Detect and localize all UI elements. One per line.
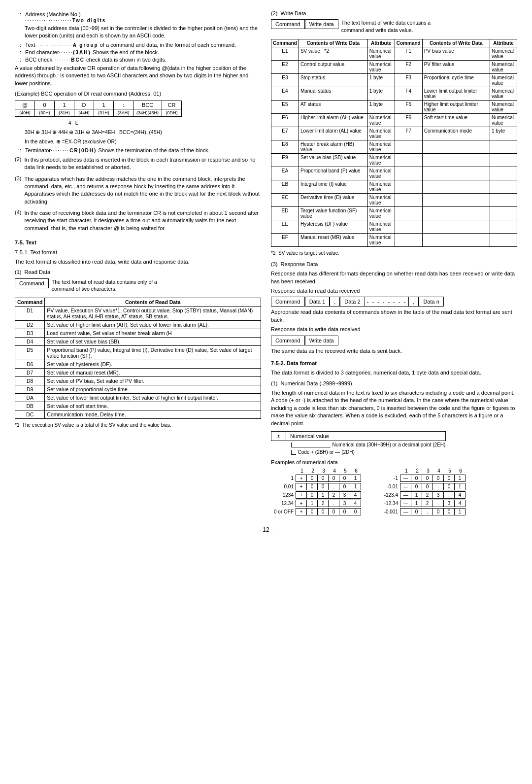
numbered-item-4: (4) In the case of receiving block data …	[15, 209, 261, 234]
bcc-cell-D: D	[74, 101, 94, 109]
example-row-neg0001: -0.001 — 0 . 0 0 1	[371, 508, 466, 515]
table-row: DC Communication mode, Delay time.	[15, 410, 261, 419]
section-752-title: 7-5-2. Data format	[271, 360, 517, 367]
bcc-cell-1: 1	[55, 101, 74, 109]
example-row-neg001: -0.01 — 0 0 . 0 1	[371, 483, 466, 490]
numbered-item-2: (2) In this protocol, address data is in…	[15, 156, 261, 173]
table-row: D2 Set value of higher limit alarm (AH),…	[15, 321, 261, 329]
write-data-box: Write data	[305, 19, 338, 29]
table-row: EB Integral time (I) value Numerical val…	[271, 180, 517, 193]
table-row: D1 PV value, Execution SV value*1, Contr…	[15, 307, 261, 321]
example-row-neg1: -1 — 0 0 0 0 1	[371, 475, 466, 482]
bcc-cell-colon: :	[114, 101, 133, 109]
numbered-item-3: (3) The apparatus which has the address …	[15, 175, 261, 208]
bcc-cell-bcc: BCC	[133, 101, 162, 109]
footnote-2: *2 SV value is target set value.	[271, 250, 517, 257]
response-read-row: Command Data 1 , Data 2 - - - - - - - - …	[271, 297, 517, 307]
numbered-items: (2) In this protocol, address data is in…	[15, 156, 261, 235]
address-label: Address (Machine No.)	[25, 11, 81, 17]
numerical-value-diagram: ± Numerical value Numerical data (30H~39…	[271, 431, 517, 456]
bcc-table: @ 0 1 D 1 : BCC CR (40H) (30H) (31H) (44…	[15, 101, 182, 117]
text-item: : Text················A group of a comma…	[15, 42, 261, 48]
table-row: D6 Set value of hysteresis (DF).	[15, 360, 261, 369]
bcc-cell-0: 0	[35, 101, 55, 109]
section-751-desc: The text format is classified into read …	[15, 258, 261, 266]
resp-write-command-cell: Command	[271, 336, 305, 345]
table-row: E8 Heater break alarm (HB) value Numeric…	[271, 140, 517, 153]
examples-title: Examples of numerical data	[271, 459, 517, 466]
table-row: DB Set value of soft start time.	[15, 402, 261, 410]
read-cmd-description: The text format of read data contains on…	[52, 278, 180, 293]
numerical-data-label: (1) Numerical Data (-2999~9999)	[271, 380, 517, 387]
section-752-desc: The data format is divided to 3 categori…	[271, 369, 517, 376]
right-column: (2) Write Data Command Write data The te…	[271, 10, 517, 516]
num-value-table: ± Numerical value Numerical data (30H~39…	[271, 431, 446, 456]
table-row: E1 SV value *2 Numerical value F1 PV bia…	[271, 47, 517, 60]
table-row: E9 Set value bias (SB) value Numerical v…	[271, 153, 517, 167]
resp-datan-cell: Data n	[419, 297, 443, 307]
bcc-cell-cr: CR	[162, 101, 182, 109]
write-data-cmd-row: Command Write data The text format of wr…	[271, 19, 517, 35]
address-item: : Address (Machine No.) ················…	[15, 11, 261, 23]
response-read-desc: Appropriate read data contents of comman…	[271, 308, 517, 324]
read-data-cmd-row: Command The text format of read data con…	[15, 278, 261, 295]
table-row: EE Hysteresis (DF) value Numerical value	[271, 220, 517, 233]
response-read-label: Response data to read data received	[271, 287, 517, 295]
example-label: (Example) BCC operation of DI read comma…	[15, 90, 261, 98]
read-table-header-cmd: Command	[15, 298, 45, 307]
response-write-row: Command Write data	[271, 336, 517, 345]
terminator-item: : Terminator········CR(0DH) Shows the te…	[15, 147, 261, 153]
resp-comma2-cell: ,	[408, 297, 419, 307]
numerical-data-desc: The length of numerical data in the text…	[271, 389, 517, 427]
table-row: EA Proportional band (P) value Numerical…	[271, 167, 517, 180]
end-char-item: : End character······(3AH) Shows the end…	[15, 49, 261, 55]
resp-command-cell: Command	[271, 297, 305, 307]
table-row: EC Derivative time (D) value Numerical v…	[271, 193, 517, 206]
table-row: D8 Set value of PV bias, Set value of PV…	[15, 377, 261, 385]
col-headers-right: 1 2 3 4 5 6	[371, 468, 466, 474]
resp-dotted-cell: - - - - - - - -	[365, 297, 409, 307]
read-data-table: Command Contents of Read Data D1 PV valu…	[15, 298, 261, 419]
example-row-1234d: 12.34 + 1 2 . 3 4	[271, 500, 362, 507]
section-75: 7-5. Text 7-5-1. Text format The text fo…	[15, 239, 261, 429]
response-data-desc: Response data has different formats depe…	[271, 270, 517, 285]
bcc-check-item: : BCC check········BCC check data is sho…	[15, 57, 261, 63]
table-row: ED Target value function (SF) value Nume…	[271, 206, 517, 220]
left-column: : Address (Machine No.) ················…	[15, 10, 261, 516]
table-row: E7 Lower limit alarm (AL) value Numerica…	[271, 127, 517, 140]
table-row: E3 Stop status 1 byte F3 Proportional cy…	[271, 73, 517, 87]
table-row: D9 Set value of proportional cycle time.	[15, 385, 261, 394]
footnote-1: *1 The execution SV value is a total of …	[15, 422, 261, 429]
table-row: D5 Proportional band (P) value, Integral…	[15, 346, 261, 360]
table-row: E6 Higher limit alarm (AH) value Numeric…	[271, 113, 517, 127]
resp-data1-cell: Data 1	[305, 297, 330, 307]
example-row-0oroff: 0 or OFF + 0 0 0 0 0	[271, 508, 362, 515]
read-command-box: Command	[15, 278, 49, 288]
write-cmd-description: The text format of write data contains a…	[341, 19, 440, 34]
bcc-cell-at: @	[15, 101, 35, 109]
write-data-label: (2) Write Data	[271, 10, 517, 17]
table-row: DA Set value of lower limit output limit…	[15, 394, 261, 402]
write-data-table: Command Contents of Write Data Attribute…	[271, 39, 517, 247]
examples-left: 1 2 3 4 5 6 1 + 0 0 0	[271, 468, 362, 516]
formula-area: 4 E 30H ⊕ 31H ⊕ 44H ⊕ 31H ⊕ 3AH=4EH BCC=…	[25, 120, 261, 145]
address-detail: ····················Two digits	[25, 18, 106, 23]
table-row: E2 Control output value Numerical value …	[271, 60, 517, 73]
response-write-label: Response data to write data received	[271, 326, 517, 333]
example-row-neg1234d: -12.34 — 1 2 . 3 4	[371, 500, 466, 507]
table-row: D4 Set value of set value bias (SB).	[15, 338, 261, 346]
col-headers-left: 1 2 3 4 5 6	[271, 468, 362, 474]
resp-comma1-cell: ,	[330, 297, 340, 307]
section-75-title: 7-5. Text	[15, 239, 261, 246]
write-command-box: Command	[271, 19, 305, 29]
example-row-1: 1 + 0 0 0 0 1	[271, 475, 362, 482]
table-row: E4 Manual status 1 byte F4 Lower limit o…	[271, 87, 517, 100]
section-751-title: 7-5-1. Text format	[15, 249, 261, 256]
examples-container: 1 2 3 4 5 6 1 + 0 0 0	[271, 468, 517, 516]
example-row-001: 0.01 + 0 0 . 0 1	[271, 483, 362, 490]
table-row: E5 AT status 1 byte F5 Higher limit outp…	[271, 100, 517, 113]
resp-data2-cell: Data 2	[340, 297, 365, 307]
exclusive-or-desc: A value obtained by exclusive OR operati…	[15, 65, 261, 87]
table-row: D7 Set value of manual reset (MR).	[15, 369, 261, 377]
response-data-label: (3) Response Data	[271, 261, 517, 268]
